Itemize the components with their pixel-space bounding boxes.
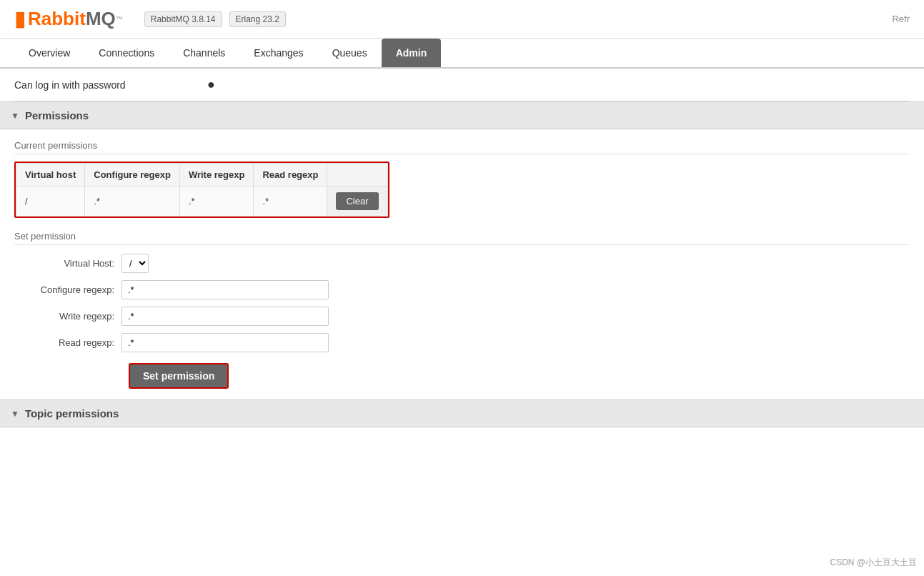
logo: ▮ RabbitMQ™: [14, 7, 123, 31]
nav-channels[interactable]: Channels: [169, 39, 239, 67]
virtual-host-select[interactable]: /: [121, 254, 149, 273]
permissions-arrow-icon: ▼: [11, 111, 19, 121]
virtual-host-label: Virtual Host:: [14, 258, 114, 269]
col-write-regexp: Write regexp: [179, 164, 254, 187]
configure-regexp-row: Configure regexp:: [14, 280, 910, 299]
col-actions: [327, 164, 387, 187]
permissions-section-header[interactable]: ▼ Permissions: [0, 101, 924, 129]
write-regexp-input[interactable]: [121, 307, 329, 326]
header: ▮ RabbitMQ™ RabbitMQ 3.8.14 Erlang 23.2 …: [0, 0, 924, 39]
logo-mq-text: MQ: [86, 8, 116, 30]
write-regexp-label: Write regexp:: [14, 311, 114, 322]
write-regexp-row: Write regexp:: [14, 307, 910, 326]
table-row: / .* .* .* Clear: [16, 187, 388, 217]
can-log-in-value: ●: [207, 77, 215, 92]
clear-button[interactable]: Clear: [336, 192, 378, 210]
erlang-version-badge: Erlang 23.2: [229, 11, 286, 27]
topic-permissions-section-title: Topic permissions: [25, 407, 119, 419]
read-regexp-row: Read regexp:: [14, 333, 910, 352]
nav-admin[interactable]: Admin: [382, 39, 442, 67]
col-read-regexp: Read regexp: [254, 164, 327, 187]
read-regexp-label: Read regexp:: [14, 337, 114, 348]
topic-permissions-arrow-icon: ▼: [11, 409, 19, 419]
can-log-in-label: Can log in with password: [14, 79, 207, 91]
nav-exchanges[interactable]: Exchanges: [239, 39, 317, 67]
cell-configure: .*: [85, 187, 180, 217]
set-permission-button[interactable]: Set permission: [129, 363, 229, 389]
main-nav: Overview Connections Channels Exchanges …: [0, 39, 924, 69]
topic-permissions-section-header[interactable]: ▼ Topic permissions: [0, 399, 924, 427]
main-content: Can log in with password ● ▼ Permissions…: [0, 69, 924, 427]
read-regexp-input[interactable]: [121, 333, 329, 352]
logo-icon: ▮: [14, 7, 25, 31]
permissions-section-title: Permissions: [25, 109, 89, 121]
can-log-in-row: Can log in with password ●: [14, 69, 910, 101]
logo-tm: ™: [116, 15, 123, 23]
col-virtual-host: Virtual host: [16, 164, 85, 187]
rabbitmq-version-badge: RabbitMQ 3.8.14: [144, 11, 222, 27]
set-permission-title: Set permission: [14, 231, 910, 245]
set-permission-btn-row: Set permission: [121, 359, 910, 389]
configure-regexp-label: Configure regexp:: [14, 284, 114, 295]
nav-queues[interactable]: Queues: [318, 39, 382, 67]
cell-write: .*: [179, 187, 254, 217]
current-permissions-title: Current permissions: [14, 140, 910, 154]
refresh-link[interactable]: Refr: [892, 14, 910, 24]
permissions-table: Virtual host Configure regexp Write rege…: [16, 163, 388, 217]
col-configure-regexp: Configure regexp: [85, 164, 180, 187]
permissions-table-wrapper: Virtual host Configure regexp Write rege…: [14, 162, 389, 218]
cell-action: Clear: [327, 187, 387, 217]
logo-rabbit-text: Rabbit: [28, 8, 86, 30]
nav-overview[interactable]: Overview: [14, 39, 84, 67]
cell-virtual-host: /: [16, 187, 85, 217]
nav-connections[interactable]: Connections: [84, 39, 169, 67]
cell-read: .*: [254, 187, 327, 217]
virtual-host-row: Virtual Host: /: [14, 254, 910, 273]
configure-regexp-input[interactable]: [121, 280, 329, 299]
permissions-content: Current permissions Virtual host Configu…: [14, 129, 910, 399]
